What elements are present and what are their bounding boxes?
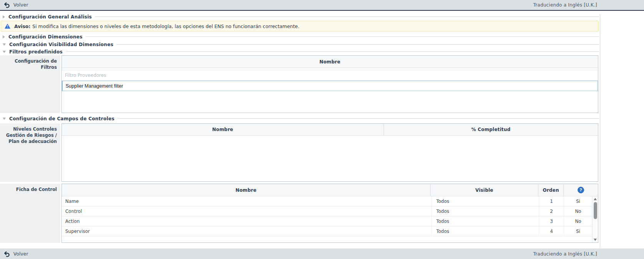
cell-nombre: Action [62, 219, 431, 224]
warning-message: Si modifica las dimensiones o niveles de… [32, 23, 299, 29]
filtros-table: Nombre [61, 55, 598, 113]
section-title: Configuración de Campos de Controles [9, 116, 114, 121]
section-header-configuracion-visibilidad-dimensiones[interactable]: Configuración Visibilidad Dimensiones [0, 42, 600, 47]
cell-valor: No [564, 216, 592, 226]
niveles-table: Nombre % Completitud [61, 123, 598, 182]
column-header-completitud: % Completitud [384, 127, 598, 132]
settings-content: Configuración General Análisis ! Aviso: … [0, 14, 600, 248]
arrow-up-icon [594, 198, 597, 200]
filtros-field-row: Configuración de Filtros Nombre [0, 55, 600, 113]
back-button[interactable]: Volver [4, 251, 28, 257]
ficha-field-row: Ficha de Control Nombre Visible Orden ? … [0, 184, 600, 243]
undo-arrow-icon [4, 251, 10, 257]
section-divider [116, 44, 599, 45]
section-divider [95, 17, 599, 17]
filter-row-selected[interactable] [62, 81, 598, 91]
section-header-configuracion-general-analisis[interactable]: Configuración General Análisis [0, 14, 600, 20]
cell-valor: No [564, 206, 592, 216]
scroll-up-button[interactable] [593, 196, 598, 202]
back-button-label: Volver [13, 2, 28, 8]
filter-name-input[interactable] [63, 81, 598, 91]
table-row[interactable]: Action Todos 3 No [62, 216, 598, 226]
cell-orden: 3 [539, 216, 564, 226]
column-header-help: ? [564, 187, 598, 193]
chevron-right-icon[interactable] [3, 35, 5, 38]
back-button[interactable]: Volver [4, 2, 28, 8]
new-filter-row [62, 70, 598, 81]
vertical-scrollbar[interactable] [592, 196, 598, 242]
new-filter-input[interactable] [62, 70, 598, 80]
section-divider [66, 51, 599, 52]
top-toolbar: Volver Traduciendo a Inglés [U.K.] [0, 0, 644, 11]
cell-nombre: Name [62, 199, 431, 204]
section-header-configuracion-campos-controles[interactable]: Configuración de Campos de Controles [0, 116, 600, 121]
niveles-field-row: Niveles Controles Gestión de Riesgos / P… [0, 123, 600, 182]
chevron-right-icon[interactable] [3, 15, 5, 18]
back-button-label: Volver [13, 251, 28, 257]
filtros-field-label: Configuración de Filtros [0, 55, 60, 113]
niveles-field-label: Niveles Controles Gestión de Riesgos / P… [0, 123, 60, 182]
cell-orden: 4 [539, 226, 564, 236]
cell-valor: Si [564, 196, 592, 206]
undo-arrow-icon [4, 2, 10, 8]
section-header-configuracion-dimensiones[interactable]: Configuración Dimensiones [0, 34, 600, 40]
translation-status: Traduciendo a Inglés [U.K.] [533, 2, 597, 8]
warning-triangle-icon: ! [5, 24, 10, 29]
ficha-field-label: Ficha de Control [0, 184, 60, 243]
warning-banner: ! Aviso: Si modifica las dimensiones o n… [1, 21, 599, 32]
section-title: Configuración Visibilidad Dimensiones [9, 42, 113, 47]
chevron-down-icon[interactable] [3, 43, 6, 46]
chevron-down-icon[interactable] [3, 118, 6, 120]
cell-valor: Si [564, 226, 592, 236]
warning-label: Aviso: [14, 23, 30, 29]
cell-orden: 1 [539, 196, 564, 206]
scrollbar-thumb[interactable] [594, 202, 597, 219]
cell-nombre: Control [62, 209, 431, 214]
table-row[interactable]: Supervisor Todos 4 Si [62, 226, 598, 236]
filtros-table-header: Nombre [62, 56, 598, 68]
arrow-down-icon [594, 239, 597, 241]
column-header-nombre: Nombre [62, 188, 430, 193]
section-title: Configuración Dimensiones [8, 34, 83, 40]
chevron-down-icon[interactable] [3, 51, 6, 53]
section-divider [86, 37, 599, 37]
cell-visible: Todos [431, 226, 539, 236]
cell-visible: Todos [431, 206, 539, 216]
translation-status: Traduciendo a Inglés [U.K.] [533, 251, 597, 257]
ficha-table: Nombre Visible Orden ? Name Todos 1 [61, 184, 598, 243]
filtros-table-body [62, 68, 598, 113]
filtros-table-empty-area [62, 91, 598, 113]
ficha-table-header: Nombre Visible Orden ? [62, 184, 598, 196]
niveles-table-empty-body [62, 136, 598, 181]
niveles-table-header: Nombre % Completitud [62, 124, 598, 136]
column-header-orden: Orden [538, 188, 563, 193]
cell-orden: 2 [539, 206, 564, 216]
scroll-down-button[interactable] [593, 237, 598, 242]
column-header-nombre: Nombre [62, 127, 384, 132]
section-title: Filtros predefinidos [9, 49, 63, 55]
cell-nombre: Supervisor [62, 229, 431, 234]
bottom-toolbar: Volver Traduciendo a Inglés [U.K.] [0, 248, 644, 259]
column-header-visible: Visible [430, 188, 538, 193]
cell-visible: Todos [431, 196, 539, 206]
table-row[interactable]: Control Todos 2 No [62, 206, 598, 216]
section-header-filtros-predefinidos[interactable]: Filtros predefinidos [0, 49, 600, 55]
table-row[interactable]: Name Todos 1 Si [62, 196, 598, 206]
section-title: Configuración General Análisis [8, 14, 92, 20]
ficha-table-body: Name Todos 1 Si Control Todos 2 No [62, 196, 598, 242]
column-header-nombre: Nombre [62, 59, 598, 65]
cell-visible: Todos [431, 216, 539, 226]
warning-exclamation: ! [7, 25, 8, 29]
application-window: Volver Traduciendo a Inglés [U.K.] Confi… [0, 0, 644, 259]
section-divider [118, 118, 599, 119]
help-icon[interactable]: ? [578, 187, 584, 193]
